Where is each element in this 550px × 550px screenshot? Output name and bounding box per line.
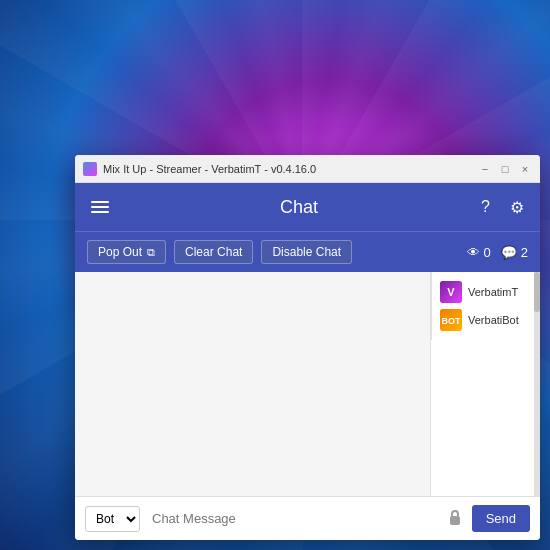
username-verbatimt: VerbatimT	[468, 286, 518, 298]
hamburger-line-1	[91, 201, 109, 203]
maximize-button[interactable]: □	[498, 162, 512, 176]
eye-icon: 👁	[467, 245, 480, 260]
svg-text:V: V	[447, 286, 455, 298]
chat-count: 2	[521, 245, 528, 260]
title-bar: Mix It Up - Streamer - VerbatimT - v0.4.…	[75, 155, 540, 183]
chat-stat: 💬 2	[501, 245, 528, 260]
help-button[interactable]: ?	[477, 194, 494, 220]
title-bar-controls: − □ ×	[478, 162, 532, 176]
pop-out-icon: ⧉	[147, 246, 155, 259]
message-input[interactable]	[148, 507, 438, 530]
username-verbatibot: VerbatiBot	[468, 314, 519, 326]
scrollbar-track	[534, 272, 540, 496]
bottom-bar: Bot Send	[75, 496, 540, 540]
disable-chat-label: Disable Chat	[272, 245, 341, 259]
send-button[interactable]: Send	[472, 505, 530, 532]
header-title: Chat	[121, 197, 477, 218]
chat-icon: 💬	[501, 245, 517, 260]
avatar: BOT	[440, 309, 462, 331]
toolbar: Pop Out ⧉ Clear Chat Disable Chat 👁 0 💬 …	[75, 231, 540, 272]
header-actions: ? ⚙	[477, 194, 528, 221]
title-bar-text: Mix It Up - Streamer - VerbatimT - v0.4.…	[103, 163, 478, 175]
app-window: Mix It Up - Streamer - VerbatimT - v0.4.…	[75, 155, 540, 540]
list-item: BOT VerbatiBot	[438, 306, 535, 334]
avatar: V	[440, 281, 462, 303]
bot-select[interactable]: Bot	[85, 506, 140, 532]
verbatimt-avatar-icon: V	[440, 281, 462, 303]
pop-out-button[interactable]: Pop Out ⧉	[87, 240, 166, 264]
svg-rect-4	[450, 516, 460, 525]
lock-icon-button[interactable]	[446, 507, 464, 531]
list-item: V VerbatimT	[438, 278, 535, 306]
clear-chat-button[interactable]: Clear Chat	[174, 240, 253, 264]
chat-messages[interactable]	[75, 272, 430, 496]
hamburger-line-2	[91, 206, 109, 208]
close-button[interactable]: ×	[518, 162, 532, 176]
viewer-count: 0	[484, 245, 491, 260]
clear-chat-label: Clear Chat	[185, 245, 242, 259]
minimize-button[interactable]: −	[478, 162, 492, 176]
chat-body: V VerbatimT BOT VerbatiBot	[75, 272, 540, 496]
user-list-container: V VerbatimT BOT VerbatiBot	[430, 272, 540, 496]
user-list: V VerbatimT BOT VerbatiBot	[431, 272, 540, 340]
toolbar-stats: 👁 0 💬 2	[467, 245, 528, 260]
hamburger-line-3	[91, 211, 109, 213]
app-icon	[83, 162, 97, 176]
menu-button[interactable]	[87, 197, 113, 217]
scrollbar-thumb[interactable]	[534, 272, 540, 312]
svg-text:BOT: BOT	[442, 316, 462, 326]
viewer-stat: 👁 0	[467, 245, 491, 260]
settings-button[interactable]: ⚙	[506, 194, 528, 221]
disable-chat-button[interactable]: Disable Chat	[261, 240, 352, 264]
app-header: Chat ? ⚙	[75, 183, 540, 231]
lock-icon	[448, 509, 462, 525]
verbatibot-avatar-icon: BOT	[440, 309, 462, 331]
pop-out-label: Pop Out	[98, 245, 142, 259]
